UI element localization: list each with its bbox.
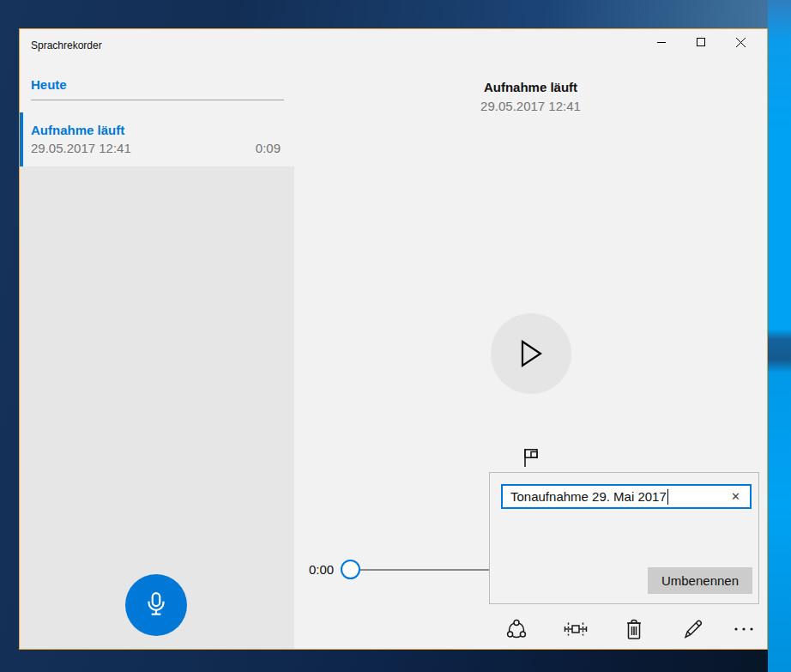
- recording-list-item[interactable]: Aufnahme läuft 29.05.2017 12:41 0:09: [20, 112, 294, 166]
- text-caret: [667, 489, 668, 505]
- delete-button[interactable]: [617, 612, 651, 646]
- elapsed-time: 0:00: [309, 562, 334, 577]
- share-icon: [504, 617, 528, 641]
- delete-icon: [624, 618, 644, 641]
- sidebar: Sprachrekorder Heute Aufnahme läuft 29.0…: [20, 29, 294, 649]
- section-divider: [31, 100, 284, 100]
- more-options-button[interactable]: [727, 612, 761, 646]
- window-controls: [642, 29, 760, 55]
- now-recording-title: Aufnahme läuft: [294, 80, 767, 94]
- desktop-wallpaper: Sprachrekorder Heute Aufnahme läuft 29.0…: [0, 0, 791, 672]
- rename-input-value: Tonaufnahme 29. Mai 2017: [510, 489, 667, 504]
- share-button[interactable]: [499, 612, 534, 646]
- trim-icon: [563, 619, 589, 639]
- recording-timestamp: 29.05.2017 12:41: [31, 141, 131, 155]
- wallpaper-blue-band: [768, 0, 791, 672]
- now-playing-header: Aufnahme läuft 29.05.2017 12:41: [294, 80, 767, 113]
- edit-button[interactable]: [676, 612, 710, 646]
- rename-popup: Tonaufnahme 29. Mai 2017 ✕ Umbenennen: [489, 472, 759, 604]
- close-button[interactable]: [721, 29, 760, 55]
- main-area: Aufnahme läuft 29.05.2017 12:41 0:00: [294, 29, 767, 649]
- play-icon: [517, 338, 545, 369]
- rename-input[interactable]: Tonaufnahme 29. Mai 2017 ✕: [501, 484, 752, 509]
- timeline-thumb[interactable]: [341, 560, 360, 579]
- minimize-button[interactable]: [642, 29, 681, 55]
- maximize-icon: [696, 37, 706, 47]
- play-button[interactable]: [491, 313, 571, 394]
- minimize-icon: [656, 37, 667, 47]
- close-icon: [735, 37, 746, 48]
- ellipsis-icon: [733, 626, 755, 633]
- edit-pencil-icon: [681, 617, 705, 641]
- section-header-heute: Heute: [31, 77, 284, 92]
- microphone-icon: [143, 591, 169, 619]
- clear-input-button[interactable]: ✕: [729, 490, 742, 503]
- app-title: Sprachrekorder: [31, 39, 284, 51]
- now-recording-timestamp: 29.05.2017 12:41: [294, 99, 767, 113]
- record-button[interactable]: [125, 574, 187, 636]
- rename-confirm-button[interactable]: Umbenennen: [648, 567, 752, 594]
- recording-title: Aufnahme läuft: [31, 123, 281, 137]
- sidebar-header: Sprachrekorder Heute: [20, 29, 294, 112]
- trim-button[interactable]: [559, 612, 593, 646]
- flag-icon: [521, 447, 541, 469]
- clear-icon: ✕: [731, 490, 740, 503]
- recording-duration: 0:09: [256, 141, 281, 155]
- add-marker-button[interactable]: [521, 447, 541, 469]
- voice-recorder-window: Sprachrekorder Heute Aufnahme läuft 29.0…: [19, 28, 768, 650]
- maximize-button[interactable]: [681, 29, 721, 55]
